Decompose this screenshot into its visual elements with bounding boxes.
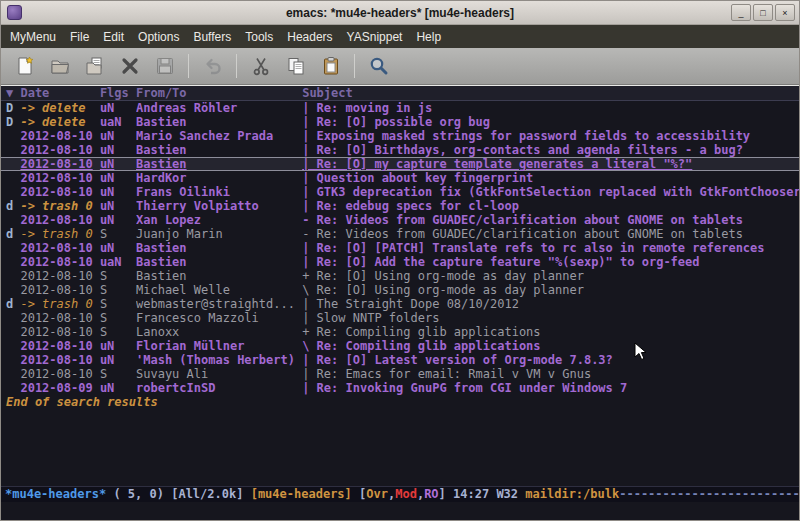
message-row[interactable]: 2012-08-10uN'Mash (Thomas Herbert)| Re: … (1, 353, 799, 367)
message-subject: | Re: [O] my capture template generates … (302, 157, 799, 171)
dired-button[interactable] (78, 51, 111, 81)
message-from: webmaster@straightd... (136, 297, 295, 311)
toolbar-separator (354, 54, 355, 78)
message-date: 2012-08-10 (20, 311, 92, 325)
message-row[interactable]: 2012-08-10SSuvayu Ali| Re: Emacs for ema… (1, 367, 799, 381)
column-header-subject[interactable]: Subject (302, 86, 799, 101)
mode-line[interactable]: *mu4e-headers* ( 5, 0) [All/2.0k] [mu4e-… (1, 486, 799, 502)
cut-button[interactable] (244, 51, 277, 81)
message-row[interactable]: 2012-08-10SMichael Welle\ Re: [O] Using … (1, 283, 799, 297)
menu-edit[interactable]: Edit (96, 26, 131, 48)
kill-buffer-button[interactable] (113, 51, 146, 81)
toolbar-separator (236, 54, 237, 78)
message-row[interactable]: 2012-08-10uNXan Lopez- Re: Videos from G… (1, 213, 799, 227)
save-buffer-icon (154, 55, 176, 77)
menu-buffers[interactable]: Buffers (186, 26, 238, 48)
message-date: 2012-08-10 (20, 171, 92, 185)
message-row[interactable]: 2012-08-10uaNBastien| Re: [O] Add the ca… (1, 255, 799, 269)
message-date: 2012-08-10 (20, 367, 92, 381)
message-row[interactable]: 2012-08-10uNFlorian Müllner\ Re: Compili… (1, 339, 799, 353)
paste-button[interactable] (314, 51, 347, 81)
menu-file[interactable]: File (63, 26, 96, 48)
message-date: -> delete (20, 101, 92, 115)
undo-icon (202, 55, 224, 77)
message-row[interactable]: 2012-08-10uNBastien| Re: [O] [PATCH] Tra… (1, 241, 799, 255)
message-from: Suvayu Ali (136, 367, 295, 381)
open-file-button[interactable] (43, 51, 76, 81)
echo-area[interactable] (1, 502, 799, 520)
message-flags: uN (100, 143, 129, 157)
menu-yasnippet[interactable]: YASnippet (340, 26, 410, 48)
message-flags: uN (100, 241, 129, 255)
message-row[interactable]: 2012-08-10uNBastien| Re: [O] Birthdays, … (1, 143, 799, 157)
message-row[interactable]: d-> trash 0uNThierry Volpiatto| Re: edeb… (1, 199, 799, 213)
menu-tools[interactable]: Tools (238, 26, 280, 48)
message-mark-char (6, 213, 20, 227)
message-mark-char (6, 367, 20, 381)
message-date: 2012-08-10 (20, 325, 92, 339)
minimize-button[interactable]: _ (731, 4, 751, 21)
close-button[interactable]: × (775, 4, 795, 21)
message-flags: S (100, 325, 129, 339)
message-date: 2012-08-10 (20, 213, 92, 227)
message-subject: + Re: Compiling glib applications (302, 325, 799, 339)
message-mark-char (6, 143, 20, 157)
new-file-icon (14, 55, 36, 77)
message-subject: | Re: [O] Add the capture feature "%(sex… (302, 255, 799, 269)
message-subject: | Re: Invoking GnuPG from CGI under Wind… (302, 381, 799, 395)
message-mark-char (6, 269, 20, 283)
message-row[interactable]: d-> trash 0SJuanjo Marin- Re: Videos fro… (1, 227, 799, 241)
message-subject: | The Straight Dope 08/10/2012 (302, 297, 799, 311)
message-row[interactable]: 2012-08-10uNHardKor| Question about key … (1, 171, 799, 185)
message-row[interactable]: 2012-08-10uNFrans Oilinki| GTK3 deprecat… (1, 185, 799, 199)
message-mark-char: d (6, 227, 20, 241)
message-from: Michael Welle (136, 283, 295, 297)
column-header-date[interactable]: Date (20, 86, 92, 101)
menu-headers[interactable]: Headers (280, 26, 339, 48)
isearch-icon (368, 55, 390, 77)
message-subject: | Exposing masked strings for password f… (302, 129, 799, 143)
isearch-button[interactable] (362, 51, 395, 81)
message-from: Florian Müllner (136, 339, 295, 353)
column-header-flags[interactable]: Flgs (100, 86, 129, 101)
message-from: Frans Oilinki (136, 185, 295, 199)
message-flags: S (100, 297, 129, 311)
modeline-segment-plain: 14:27 (453, 487, 489, 501)
message-subject: | Re: Emacs for email: Rmail v VM v Gnus (302, 367, 799, 381)
dired-icon (84, 55, 106, 77)
message-subject: | Question about key fingerprint (302, 171, 799, 185)
message-row[interactable]: D-> deleteuaNBastien| Re: [O] possible o… (1, 115, 799, 129)
message-row-current[interactable]: 2012-08-10uNBastien| Re: [O] my capture … (1, 157, 799, 171)
message-mark-char (6, 241, 20, 255)
copy-button[interactable] (279, 51, 312, 81)
column-header-from[interactable]: From/To (136, 86, 295, 101)
message-from: Bastien (136, 143, 295, 157)
menu-mymenu[interactable]: MyMenu (3, 26, 63, 48)
modeline-segment-dashes: ----------------------------------------… (619, 487, 799, 501)
message-date: 2012-08-10 (20, 353, 92, 367)
emacs-app-icon (7, 5, 22, 20)
message-mark-char (6, 353, 20, 367)
tool-bar (1, 48, 799, 85)
message-row[interactable]: 2012-08-10SFrancesco Mazzoli| Slow NNTP … (1, 311, 799, 325)
new-file-button[interactable] (8, 51, 41, 81)
message-mark-char (6, 255, 20, 269)
message-date: 2012-08-10 (20, 269, 92, 283)
menu-help[interactable]: Help (409, 26, 448, 48)
modeline-segment-mode: [mu4e-headers] (251, 487, 352, 501)
message-row[interactable]: 2012-08-10uNMario Sanchez Prada| Exposin… (1, 129, 799, 143)
message-row[interactable]: D-> deleteuNAndreas Röhler| Re: moving i… (1, 101, 799, 115)
message-row[interactable]: d-> trash 0Swebmaster@straightd...| The … (1, 297, 799, 311)
modeline-segment-bufname: *mu4e-headers* (5, 487, 106, 501)
maximize-button[interactable]: □ (753, 4, 773, 21)
message-row[interactable]: 2012-08-10SBastien+ Re: [O] Using org-mo… (1, 269, 799, 283)
menu-options[interactable]: Options (131, 26, 186, 48)
modeline-segment-folder: maildir:/bulk (525, 487, 619, 501)
message-row[interactable]: 2012-08-10SLanoxx+ Re: Compiling glib ap… (1, 325, 799, 339)
message-date: 2012-08-10 (20, 157, 92, 171)
message-row[interactable]: 2012-08-09uNrobertcInSD| Re: Invoking Gn… (1, 381, 799, 395)
copy-icon (285, 55, 307, 77)
modeline-segment-ro: RO (424, 487, 438, 501)
message-mark-char (6, 171, 20, 185)
modeline-segment-plain: [All/2.0k] (171, 487, 243, 501)
